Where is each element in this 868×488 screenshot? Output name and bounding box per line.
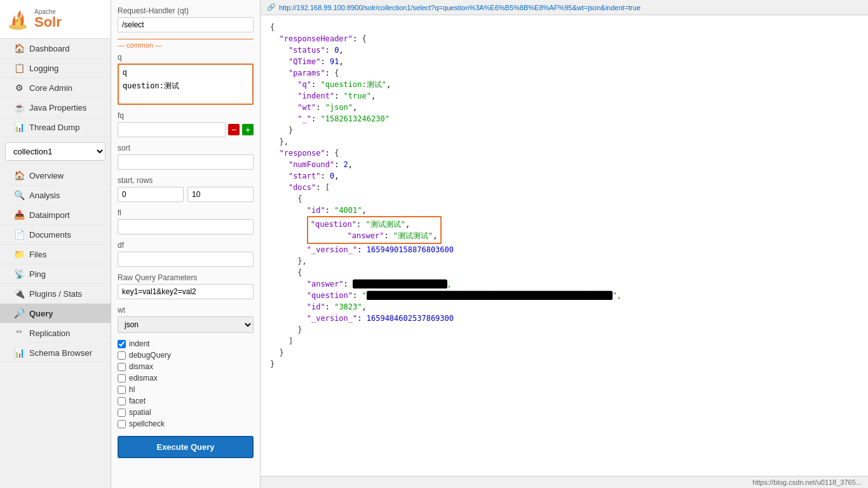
sidebar-item-dashboard-label: Dashboard [29,44,70,53]
indent-label: indent [129,339,150,348]
indent-checkbox[interactable] [118,340,126,348]
fq-add-button[interactable]: + [242,124,254,135]
fq-remove-button[interactable]: − [228,124,240,135]
spatial-label: spatial [129,408,151,417]
sidebar-item-thread-dump[interactable]: 📊 Thread Dump [0,118,111,137]
sidebar-item-replication-label: Replication [29,329,70,338]
plugins-stats-icon: 🔌 [14,288,24,299]
java-properties-icon: ☕ [14,102,24,112]
df-group: df [118,241,254,267]
sidebar-item-query[interactable]: 🔎 Query [0,304,111,323]
url-bar: 🔗 http://192.168.99.100:8900/solr/collec… [261,0,868,15]
wt-row: json xml csv python [118,316,254,333]
sidebar-item-core-admin-label: Core Admin [29,83,72,93]
debug-query-label: debugQuery [129,351,171,360]
replication-icon: °° [14,328,24,338]
logo-area: Apache Solr [0,0,111,39]
raw-query-input[interactable] [118,284,254,299]
url-text: http://192.168.99.100:8900/solr/collecti… [279,4,641,11]
sidebar-item-ping[interactable]: 📡 Ping [0,264,111,284]
sidebar-item-dataimport[interactable]: 📥 Dataimport [0,205,111,225]
analysis-icon: 🔍 [14,190,24,200]
dismax-label: dismax [129,362,153,371]
facet-row: facet [118,396,254,405]
sidebar-item-overview[interactable]: 🏠 Overview [0,166,111,186]
ping-icon: 📡 [14,269,24,279]
spellcheck-label: spellcheck [129,419,165,428]
sort-input[interactable] [118,154,254,170]
sidebar-item-replication[interactable]: °° Replication [0,323,111,343]
hl-row: hl [118,385,254,394]
solr-label: Solr [34,15,62,29]
rows-input[interactable] [187,187,254,202]
results-panel: 🔗 http://192.168.99.100:8900/solr/collec… [261,0,868,488]
json-pre: { "responseHeader": { "status": 0, "QTim… [270,22,858,370]
sidebar-item-analysis-label: Analysis [29,191,60,200]
sidebar-item-files[interactable]: 📁 Files [0,245,111,264]
url-icon: 🔗 [267,3,276,11]
fq-group: fq − + [118,111,254,137]
sidebar-item-documents[interactable]: 📄 Documents [0,225,111,245]
wt-group: wt json xml csv python [118,306,254,333]
json-output: { "responseHeader": { "status": 0, "QTim… [261,15,868,476]
wt-label: wt [118,306,254,315]
hl-checkbox[interactable] [118,386,126,394]
sidebar-item-dashboard[interactable]: 🏠 Dashboard [0,39,111,58]
sidebar-item-query-label: Query [29,309,53,318]
sidebar-item-files-label: Files [29,250,46,259]
q-label: q [118,53,254,62]
common-label: — common — [118,39,254,49]
q-field-wrapper: question:测试 [118,64,254,105]
request-handler-input[interactable] [118,17,254,32]
sidebar-item-schema-browser[interactable]: 📊 Schema Browser [0,343,111,363]
fq-input[interactable] [118,122,226,137]
spatial-checkbox[interactable] [118,409,126,417]
hl-label: hl [129,385,135,394]
df-label: df [118,241,254,250]
indent-row: indent [118,339,254,348]
query-panel: Request-Handler (qt) — common — q questi… [111,0,261,488]
fq-label: fq [118,111,254,120]
sidebar-item-java-properties-label: Java Properties [29,103,86,112]
df-input[interactable] [118,252,254,267]
fq-row: − + [118,122,254,137]
q-group: q question:测试 [118,53,254,105]
sidebar-item-ping-label: Ping [29,269,46,279]
dismax-checkbox[interactable] [118,363,126,371]
main-content: Request-Handler (qt) — common — q questi… [111,0,868,488]
execute-query-button[interactable]: Execute Query [118,436,254,458]
spatial-row: spatial [118,408,254,417]
spellcheck-checkbox[interactable] [118,420,126,428]
documents-icon: 📄 [14,229,24,240]
sidebar-item-overview-label: Overview [29,171,64,180]
collection-selector[interactable]: collection1 [5,142,105,161]
edismax-checkbox[interactable] [118,374,126,383]
sidebar-item-analysis[interactable]: 🔍 Analysis [0,186,111,205]
fl-label: fl [118,208,254,217]
sidebar-item-plugins-stats[interactable]: 🔌 Plugins / Stats [0,284,111,304]
sidebar-item-documents-label: Documents [29,230,71,240]
dismax-row: dismax [118,362,254,371]
sort-label: sort [118,144,254,152]
thread-dump-icon: 📊 [14,122,24,132]
q-input-line1[interactable] [120,66,251,79]
sidebar-item-java-properties[interactable]: ☕ Java Properties [0,98,111,118]
sidebar-item-logging[interactable]: 📋 Logging [0,58,111,78]
edismax-row: edismax [118,374,254,383]
sidebar-item-logging-label: Logging [29,64,58,73]
debug-query-checkbox[interactable] [118,351,126,360]
fl-input[interactable] [118,219,254,234]
sidebar-item-core-admin[interactable]: ⚙ Core Admin [0,78,111,98]
sidebar-item-plugins-stats-label: Plugins / Stats [29,289,82,299]
wt-select[interactable]: json xml csv python [118,316,254,333]
files-icon: 📁 [14,249,24,259]
start-rows-group: start, rows [118,176,254,202]
facet-label: facet [129,396,146,405]
dashboard-icon: 🏠 [14,43,24,53]
start-input[interactable] [118,187,184,202]
q-textarea[interactable]: question:测试 [120,79,251,100]
overview-icon: 🏠 [14,170,24,180]
dataimport-icon: 📥 [14,210,24,220]
facet-checkbox[interactable] [118,397,126,405]
start-rows-label: start, rows [118,176,254,185]
